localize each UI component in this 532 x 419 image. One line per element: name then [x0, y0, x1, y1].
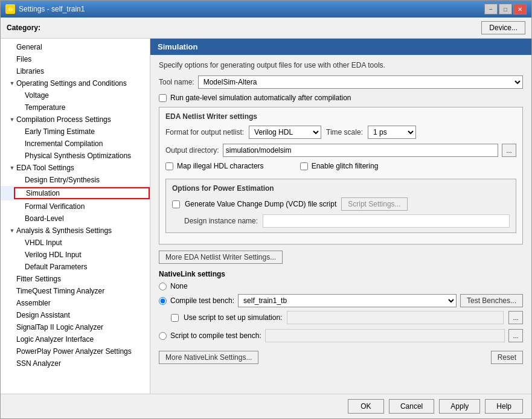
- nativelink-section: NativeLink settings None Compile test be…: [159, 270, 523, 342]
- sidebar-item-ssn[interactable]: SSN Analyzer: [1, 357, 150, 369]
- reset-button[interactable]: Reset: [491, 351, 523, 364]
- use-script-browse-button[interactable]: ...: [508, 311, 523, 324]
- spacer-icon: [16, 202, 25, 211]
- sidebar-item-verilog[interactable]: Verilog HDL Input: [1, 249, 150, 261]
- spacer-icon: [16, 139, 25, 148]
- sidebar-item-analysis-synthesis[interactable]: ▼ Analysis & Synthesis Settings: [1, 225, 150, 237]
- compile-bench-label: Compile test bench:: [170, 296, 234, 305]
- sidebar-item-files[interactable]: Files: [1, 53, 150, 65]
- spacer-icon: [16, 251, 25, 259]
- sidebar: General Files Libraries: [1, 39, 150, 394]
- help-button[interactable]: Help: [485, 399, 523, 414]
- sidebar-item-formal-verification[interactable]: Formal Verification: [1, 200, 150, 213]
- script-compile-radio[interactable]: [159, 332, 167, 340]
- sidebar-item-powerplay[interactable]: PowerPlay Power Analyzer Settings: [1, 345, 150, 357]
- device-button[interactable]: Device...: [481, 21, 525, 34]
- none-radio[interactable]: [159, 283, 167, 290]
- sidebar-label-design-assistant: Design Assistant: [16, 311, 70, 319]
- spacer-icon: [16, 176, 25, 184]
- sidebar-item-logic-analyzer[interactable]: Logic Analyzer Interface: [1, 333, 150, 345]
- sidebar-label-incremental: Incremental Compilation: [25, 139, 103, 148]
- sidebar-item-general[interactable]: General: [1, 41, 150, 53]
- sidebar-item-libraries[interactable]: Libraries: [1, 65, 150, 77]
- close-button[interactable]: ✕: [513, 4, 527, 14]
- sidebar-item-fitter[interactable]: Fitter Settings: [1, 273, 150, 285]
- design-instance-input[interactable]: [263, 214, 510, 228]
- sidebar-item-timequest[interactable]: TimeQuest Timing Analyzer: [1, 285, 150, 297]
- sidebar-label-physical: Physical Synthesis Optimizations: [25, 152, 131, 160]
- sidebar-label-compilation: Compilation Process Settings: [16, 115, 111, 124]
- sidebar-label-timequest: TimeQuest Timing Analyzer: [16, 287, 104, 295]
- vcd-row: Generate Value Change Dump (VCD) file sc…: [172, 197, 510, 211]
- sidebar-item-design-entry[interactable]: Design Entry/Synthesis: [1, 174, 150, 186]
- expand-icon-compilation: ▼: [8, 115, 16, 124]
- script-compile-input[interactable]: [265, 329, 505, 342]
- compile-bench-radio-row: Compile test bench: self_train1_tb Test …: [159, 294, 523, 307]
- sidebar-item-incremental[interactable]: Incremental Compilation: [1, 138, 150, 150]
- apply-button[interactable]: Apply: [439, 399, 480, 414]
- format-select[interactable]: Verilog HDL: [249, 126, 321, 139]
- spacer-icon: [16, 103, 25, 112]
- maximize-button[interactable]: □: [499, 4, 512, 14]
- sidebar-item-assembler[interactable]: Assembler: [1, 297, 150, 309]
- compile-bench-radio[interactable]: [159, 297, 167, 305]
- eda-netlist-group: EDA Netlist Writer settings Format for o…: [159, 107, 523, 245]
- sidebar-item-default-params[interactable]: Default Parameters: [1, 261, 150, 273]
- vcd-checkbox[interactable]: [172, 200, 180, 208]
- more-eda-button[interactable]: More EDA Netlist Writer Settings...: [159, 251, 283, 264]
- sidebar-label-fitter: Fitter Settings: [16, 275, 61, 283]
- spacer-icon: [16, 263, 25, 271]
- more-nativelink-button[interactable]: More NativeLink Settings...: [159, 351, 258, 364]
- sidebar-label-temperature: Temperature: [25, 103, 65, 112]
- sidebar-item-signaltap[interactable]: SignalTap II Logic Analyzer: [1, 321, 150, 333]
- auto-compile-checkbox[interactable]: [159, 94, 167, 102]
- sidebar-item-vhdl[interactable]: VHDL Input: [1, 237, 150, 249]
- spacer-icon: [8, 275, 16, 283]
- content-area: Category: Device... General Files: [1, 18, 531, 418]
- enable-glitch-checkbox[interactable]: [300, 162, 308, 170]
- sidebar-item-simulation[interactable]: Simulation: [1, 186, 150, 200]
- none-label: None: [170, 282, 188, 290]
- spacer-icon: [18, 189, 26, 197]
- right-panel: Simulation Specify options for generatin…: [150, 39, 531, 394]
- map-illegal-checkbox[interactable]: [165, 162, 173, 170]
- design-instance-row: Design instance name:: [172, 214, 510, 228]
- enable-glitch-label: Enable glitch filtering: [312, 162, 379, 170]
- sidebar-item-voltage[interactable]: Voltage: [1, 89, 150, 101]
- map-illegal-label: Map illegal HDL characters: [177, 162, 264, 170]
- panel-description: Specify options for generating output fi…: [159, 61, 523, 69]
- output-dir-browse-button[interactable]: ...: [502, 144, 516, 157]
- spacer-icon: [8, 359, 16, 368]
- power-estimation-group: Options for Power Estimation Generate Va…: [165, 179, 516, 233]
- output-dir-input[interactable]: [223, 144, 498, 157]
- sidebar-label-analysis: Analysis & Synthesis Settings: [16, 226, 112, 235]
- minimize-button[interactable]: −: [484, 4, 498, 14]
- sidebar-label-ssn: SSN Analyzer: [16, 359, 61, 368]
- sidebar-item-design-assistant[interactable]: Design Assistant: [1, 309, 150, 321]
- sidebar-item-operating-settings[interactable]: ▼ Operating Settings and Conditions: [1, 77, 150, 89]
- script-settings-button[interactable]: Script Settings...: [341, 197, 407, 211]
- script-compile-browse-button[interactable]: ...: [508, 329, 523, 342]
- output-dir-row: Output directory: ...: [165, 144, 516, 157]
- compile-bench-select[interactable]: self_train1_tb: [238, 294, 457, 307]
- sidebar-item-temperature[interactable]: Temperature: [1, 101, 150, 114]
- auto-compile-label: Run gate-level simulation automatically …: [170, 94, 351, 102]
- sidebar-item-eda-tool[interactable]: ▼ EDA Tool Settings: [1, 162, 150, 174]
- use-script-checkbox[interactable]: [171, 314, 179, 322]
- timescale-select[interactable]: 1 ps: [368, 126, 416, 139]
- sidebar-item-compilation-process[interactable]: ▼ Compilation Process Settings: [1, 114, 150, 126]
- test-benches-button[interactable]: Test Benches...: [460, 294, 523, 307]
- sidebar-item-board-level[interactable]: Board-Level: [1, 213, 150, 225]
- use-script-form-row: Use script to set up simulation: ...: [171, 311, 523, 324]
- tool-name-select[interactable]: ModelSim-Altera: [198, 75, 523, 89]
- ok-button[interactable]: OK: [348, 399, 384, 414]
- spacer-icon: [8, 67, 16, 75]
- sidebar-item-early-timing[interactable]: Early Timing Estimate: [1, 126, 150, 138]
- cancel-button[interactable]: Cancel: [389, 399, 434, 414]
- sidebar-label-logic: Logic Analyzer Interface: [16, 335, 94, 344]
- spacer-icon: [16, 238, 25, 247]
- sidebar-item-physical-synthesis[interactable]: Physical Synthesis Optimizations: [1, 150, 150, 162]
- use-script-input[interactable]: [287, 311, 504, 324]
- sidebar-label-simulation: Simulation: [26, 189, 60, 197]
- spacer-icon: [16, 127, 25, 136]
